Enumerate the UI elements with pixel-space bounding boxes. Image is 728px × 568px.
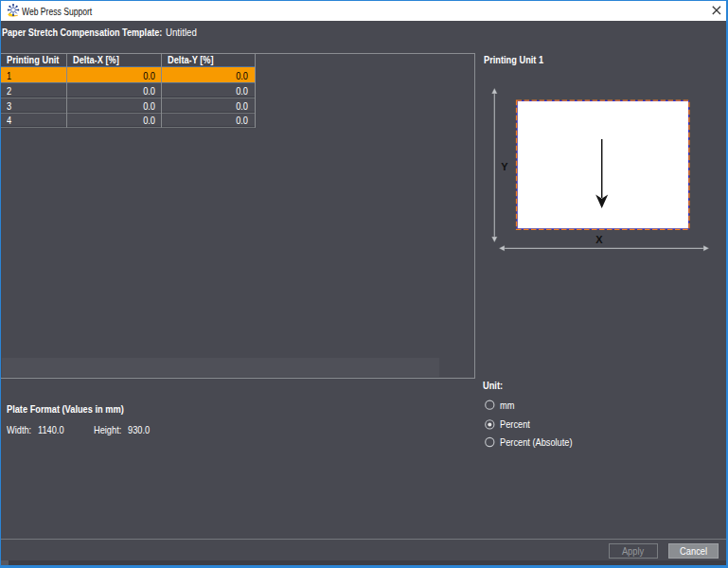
svg-text:X: X — [595, 234, 603, 245]
svg-text:Y: Y — [501, 161, 508, 172]
